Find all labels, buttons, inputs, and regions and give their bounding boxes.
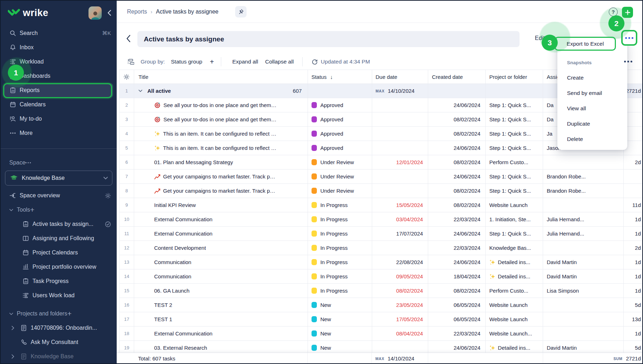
help-icon[interactable]: ? [609,7,618,16]
task-row[interactable]: 11External CommunicationIn Progress17/07… [120,227,643,241]
project-cell[interactable]: Website Launch... [486,327,543,340]
status-cell[interactable]: New [308,312,372,326]
wrike-logo[interactable]: wrike [8,7,49,19]
due-date-cell[interactable] [372,170,429,183]
assignee-cell[interactable] [543,298,624,312]
report-title-input[interactable]: Active tasks by assignee [137,31,520,47]
column-header-project[interactable]: Project or folder [486,70,543,84]
tool-item-users-work-load[interactable]: Users Work load [1,288,117,303]
project-cell[interactable]: Step 1: Quick S... [486,227,543,241]
task-row[interactable]: 17TEST 1New17/05/202406/05/2024Website L… [120,312,643,327]
back-icon[interactable] [126,35,131,42]
status-cell[interactable]: In Progress [308,212,372,226]
assignee-cell[interactable] [543,327,624,340]
sidebar-collapse-icon[interactable] [107,9,112,16]
task-row[interactable]: 8Get your campaigns to market faster. Tr… [120,184,643,198]
status-cell[interactable]: New [308,327,372,340]
task-row[interactable]: 7Get your campaigns to market faster. Tr… [120,170,643,184]
due-date-cell[interactable] [372,141,429,155]
assignee-cell[interactable]: Julia Hernand... [543,212,624,226]
sidebar-item-more[interactable]: More [1,126,117,140]
project-cell[interactable]: 1. Initiation, Ste... [486,212,543,226]
tool-item-assigning-and-following[interactable]: Assigning and Following [1,231,117,246]
collapse-group-icon[interactable] [138,90,142,92]
table-more-button[interactable] [624,61,632,62]
status-cell[interactable]: In Progress [308,198,372,212]
task-row[interactable]: 9Initial KPI ReviewIn Progress15/05/2024… [120,198,643,212]
due-date-cell[interactable]: 15/05/2024 [372,198,429,212]
project-cell[interactable]: Step 1: Quick S... [486,127,543,141]
refresh-icon[interactable] [312,59,318,65]
status-cell[interactable]: Approved [308,141,372,155]
due-date-cell[interactable] [372,127,429,141]
status-cell[interactable]: In Progress [308,284,372,298]
project-cell[interactable]: Website Launch [486,198,543,212]
sidebar-item-workload[interactable]: Workload [1,55,117,69]
status-cell[interactable]: In Progress [308,255,372,269]
project-cell[interactable]: Step 1: Quick S... [486,112,543,126]
project-cell[interactable]: Perform Custo... [486,155,543,169]
menu-item-delete[interactable]: Delete [557,131,627,147]
project-cell[interactable]: Perform Custo... [486,284,543,298]
due-date-cell[interactable]: 03/04/2024 [372,212,429,226]
assignee-cell[interactable]: Lisa Simpson [543,284,624,298]
assignee-cell[interactable]: Julia Hernand... [543,227,624,241]
project-cell[interactable]: Detailed ins... [486,255,543,269]
space-selector[interactable]: Knowledge Base [5,171,112,186]
status-cell[interactable]: Approved [308,112,372,126]
assignee-cell[interactable]: Brandon Robe... [543,184,624,198]
task-row[interactable]: 601. Plan and Messaging StrategyUnder Re… [120,155,643,170]
project-cell[interactable]: Detailed ins... [486,269,543,283]
tools-section-header[interactable]: Tools + [1,203,117,217]
due-date-cell[interactable] [372,184,429,198]
sidebar-item-calendars[interactable]: Calendars [1,97,117,112]
column-header-created[interactable]: Created date [428,70,486,84]
status-cell[interactable]: New [308,298,372,312]
menu-item-view-all[interactable]: View all [557,101,627,116]
status-cell[interactable]: Under Review [308,184,372,198]
status-cell[interactable]: Under Review [308,155,372,169]
sidebar-item-dashboards[interactable]: Dashboards [1,69,117,83]
edit-button[interactable]: Edit [535,35,545,41]
tool-item-project-portfolio-overview[interactable]: Project portfolio overview [1,260,117,274]
gear-icon[interactable] [105,193,111,199]
status-cell[interactable]: Approved [308,98,372,112]
expand-all-button[interactable]: Expand all [232,59,258,65]
assignee-cell[interactable] [543,155,624,169]
due-date-cell[interactable]: 23/05/2024 [372,298,429,312]
project-cell[interactable]: Knowledge Bas... [486,241,543,255]
status-cell[interactable]: Approved [308,127,372,141]
task-row[interactable]: 14CommunicationIn Progress09/05/202418/0… [120,269,643,284]
breadcrumb-reports-link[interactable]: Reports [127,9,147,15]
due-date-cell[interactable] [372,241,429,255]
assignee-cell[interactable]: Brandon Robe... [543,170,624,183]
task-row[interactable]: 16TEST 2New23/05/202406/05/2024Website L… [120,298,643,312]
assignee-cell[interactable] [543,198,624,212]
projects-section-header[interactable]: Projects and folders + [1,307,117,321]
column-header-title[interactable]: Title [134,70,308,84]
avatar[interactable] [88,6,102,20]
sidebar-item-my-to-do[interactable]: My to-do [1,112,117,126]
space-section-header[interactable]: Space [1,156,117,170]
project-item-knowledge-base[interactable]: Knowledge Base [1,349,117,363]
due-date-cell[interactable]: 08/02/2024 [372,284,429,298]
project-cell[interactable]: Website Launch [486,298,543,312]
task-row[interactable]: 12Content DevelopmentIn Progress22/03/20… [120,241,643,255]
table-settings-cell[interactable] [120,70,134,84]
menu-item-send-by-email[interactable]: Send by email [557,85,627,101]
add-grouping-icon[interactable]: + [210,58,214,66]
task-row[interactable]: 18External CommunicationNew08/04/202422/… [120,327,643,341]
assignee-cell[interactable]: David Martin [543,269,624,283]
sidebar-item-space-overview[interactable]: Space overview [1,188,117,203]
task-row[interactable]: 13CommunicationIn Progress22/08/202424/0… [120,255,643,269]
space-more-icon[interactable] [25,162,31,163]
group-by-value[interactable]: Status group [171,59,202,65]
status-cell[interactable]: In Progress [308,227,372,241]
column-header-status[interactable]: Status ↓ [308,70,372,84]
assignee-cell[interactable]: David Martin [543,255,624,269]
sidebar-item-inbox[interactable]: Inbox [1,40,117,55]
project-cell[interactable]: Step 1: Quick S... [486,141,543,155]
create-new-button[interactable] [622,7,633,18]
project-cell[interactable]: Step 1: Quick S... [486,184,543,198]
project-cell[interactable]: Website Launch [486,312,543,326]
